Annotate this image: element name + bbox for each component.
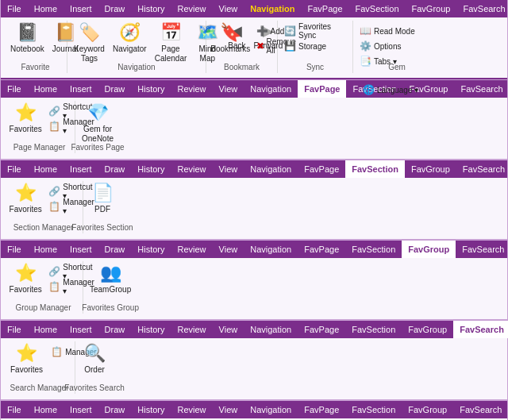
tab-review-1[interactable]: Review — [171, 0, 213, 17]
tab-view-1[interactable]: View — [213, 0, 244, 17]
tab-home-3[interactable]: Home — [28, 160, 64, 178]
tab-insert-5[interactable]: Insert — [64, 321, 98, 338]
favorites-page-button[interactable]: ⭐ Favorites — [7, 101, 44, 136]
tab-insert-1[interactable]: Insert — [64, 0, 98, 17]
tab-review-3[interactable]: Review — [171, 160, 213, 178]
notebook-button[interactable]: 📓 Notebook — [7, 21, 48, 56]
tab-favgroup-5[interactable]: FavGroup — [402, 321, 453, 338]
keyword-tags-button[interactable]: 🏷️ KeywordTags — [71, 21, 108, 65]
tab-view-6[interactable]: View — [213, 401, 244, 418]
favorites-search-button[interactable]: ⭐ Favorites — [7, 341, 46, 376]
tab-home-5[interactable]: Home — [28, 321, 64, 338]
tab-review-5[interactable]: Review — [171, 321, 213, 338]
tab-history-1[interactable]: History — [131, 0, 171, 17]
pdf-button[interactable]: 📄 PDF — [87, 181, 118, 216]
tab-history-3[interactable]: History — [131, 160, 171, 178]
tab-favsearch-5[interactable]: FavSearch — [453, 321, 508, 338]
tab-favpage-6[interactable]: FavPage — [298, 401, 345, 418]
tab-favsearch-1[interactable]: FavSearch — [456, 0, 508, 17]
read-mode-button[interactable]: 📖 Read Mode — [356, 24, 418, 38]
tab-home-1[interactable]: Home — [28, 0, 64, 17]
tab-navigation-3[interactable]: Navigation — [244, 160, 298, 178]
tab-navigation-4[interactable]: Navigation — [244, 241, 298, 258]
tab-insert-6[interactable]: Insert — [64, 401, 98, 418]
tab-view-4[interactable]: View — [213, 241, 244, 258]
favpage-tabbar: File Home Insert Draw History Review Vie… — [1, 80, 507, 98]
favorites-group-button[interactable]: ⭐ Favorites — [7, 261, 44, 296]
tab-favsection-5[interactable]: FavSection — [345, 321, 402, 338]
tab-insert-2[interactable]: Insert — [64, 80, 98, 98]
nav-tabbar: File Home Insert Draw History Review Vie… — [1, 0, 507, 17]
tab-insert-3[interactable]: Insert — [64, 160, 98, 178]
tab-draw-4[interactable]: Draw — [98, 241, 132, 258]
tab-history-6[interactable]: History — [131, 401, 171, 418]
page-calendar-button[interactable]: 📅 PageCalendar — [152, 21, 190, 65]
tab-favgroup-3[interactable]: FavGroup — [405, 160, 456, 178]
tab-review-4[interactable]: Review — [171, 241, 213, 258]
storage-button[interactable]: 💾 Storage — [281, 39, 349, 53]
tab-draw-1[interactable]: Draw — [98, 0, 132, 17]
tab-history-5[interactable]: History — [131, 321, 171, 338]
tab-favpage-4[interactable]: FavPage — [298, 241, 345, 258]
tab-file-1[interactable]: File — [1, 0, 28, 17]
tab-favgroup-1[interactable]: FavGroup — [406, 0, 457, 17]
sync-buttons: 🔄 Favorites Sync 💾 Storage — [281, 24, 349, 64]
page-manager-group-label: Page Manager — [13, 143, 66, 152]
tab-navigation-5[interactable]: Navigation — [244, 321, 298, 338]
tab-favpage-2[interactable]: FavPage — [298, 80, 346, 98]
tab-insert-4[interactable]: Insert — [64, 241, 98, 258]
tab-draw-6[interactable]: Draw — [98, 401, 132, 418]
favorites-sync-button[interactable]: 🔄 Favorites Sync — [281, 24, 349, 38]
tab-file-4[interactable]: File — [1, 241, 28, 258]
tab-favsearch-3[interactable]: FavSearch — [456, 160, 508, 178]
tab-favgroup-6[interactable]: FavGroup — [402, 401, 453, 418]
tab-navigation-6[interactable]: Navigation — [244, 401, 298, 418]
tab-favpage-5[interactable]: FavPage — [298, 321, 345, 338]
tab-file-5[interactable]: File — [1, 321, 28, 338]
tab-draw-3[interactable]: Draw — [98, 160, 132, 178]
tab-history-4[interactable]: History — [131, 241, 171, 258]
tab-favpage-1[interactable]: FavPage — [301, 0, 348, 17]
favorites-search-group-label: Favorites Search — [64, 383, 125, 392]
tab-favsection-4[interactable]: FavSection — [345, 241, 402, 258]
tab-favsection-1[interactable]: FavSection — [349, 0, 406, 17]
tab-favpage-3[interactable]: FavPage — [298, 160, 345, 178]
tab-file-2[interactable]: File — [1, 80, 28, 98]
navigation-ribbon-group: 🏷️ KeywordTags 🧭 Navigator 📅 PageCalenda… — [67, 21, 206, 73]
order-button[interactable]: 🔍 Order — [79, 341, 110, 376]
tab-file-3[interactable]: File — [1, 160, 28, 178]
options-button[interactable]: ⚙️ Options — [356, 39, 418, 53]
tab-review-6[interactable]: Review — [171, 401, 213, 418]
favorites-section-group-label: Favorites Section — [71, 223, 133, 232]
tab-home-6[interactable]: Home — [28, 401, 64, 418]
favorites-group-label: Favorites — [10, 285, 42, 295]
tab-view-2[interactable]: View — [213, 80, 244, 98]
navigator-button[interactable]: 🧭 Navigator — [110, 21, 150, 56]
tab-favsection-3[interactable]: FavSection — [345, 160, 405, 178]
tab-file-6[interactable]: File — [1, 401, 28, 418]
bookmarks-label: Bookmarks — [210, 44, 250, 54]
tab-favsection-6[interactable]: FavSection — [345, 401, 402, 418]
favsection-ribbon-section: File Home Insert Draw History Review Vie… — [0, 160, 508, 241]
tab-view-3[interactable]: View — [213, 160, 244, 178]
tab-favsearch-4[interactable]: FavSearch — [456, 241, 508, 258]
tab-view-5[interactable]: View — [213, 321, 244, 338]
order-icon: 🔍 — [84, 343, 106, 364]
teamgroup-button[interactable]: 👥 TeamGroup — [87, 261, 134, 296]
tab-home-2[interactable]: Home — [28, 80, 64, 98]
tab-navigation-2[interactable]: Navigation — [244, 80, 298, 98]
tab-draw-5[interactable]: Draw — [98, 321, 132, 338]
favorites-section-button[interactable]: ⭐ Favorites — [7, 181, 44, 216]
tab-favsearch-2[interactable]: FavSearch — [454, 80, 508, 98]
language-button[interactable]: 🌐 Language ▾ — [360, 83, 421, 97]
tab-favsearch-6[interactable]: FavSearch — [453, 401, 508, 418]
tabs-button[interactable]: 📑 Tabs ▾ — [356, 54, 418, 68]
gem-onenote-button[interactable]: 💎 Gem forOneNote — [79, 101, 117, 145]
tab-home-4[interactable]: Home — [28, 241, 64, 258]
tab-history-2[interactable]: History — [131, 80, 171, 98]
bookmarks-button[interactable]: 🔖 Bookmarks — [210, 21, 252, 56]
tab-review-2[interactable]: Review — [171, 80, 213, 98]
tab-favgroup-4[interactable]: FavGroup — [402, 241, 456, 258]
tab-draw-2[interactable]: Draw — [98, 80, 132, 98]
tab-navigation-1[interactable]: Navigation — [244, 0, 301, 17]
